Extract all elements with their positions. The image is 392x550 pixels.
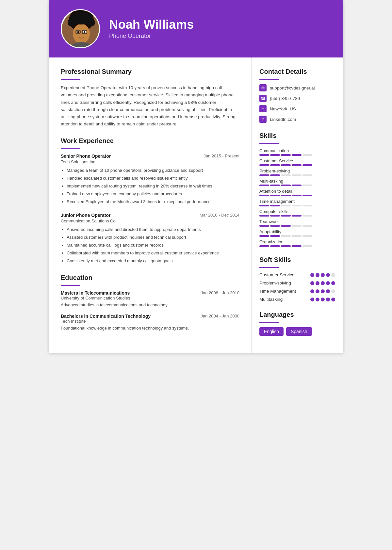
skill-segment [270, 174, 280, 176]
skill-name: Teamwork [259, 219, 335, 224]
skill-item: Organization [259, 239, 335, 247]
resume-header: Noah Williams Phone Operator [49, 0, 343, 57]
edu-header: Bachelors in Communication Technology Ja… [61, 314, 239, 319]
language-tag: English [259, 327, 284, 336]
job-company: Tech Solutions Inc. [61, 159, 239, 164]
skill-segment [259, 174, 269, 176]
skill-segment [292, 245, 302, 247]
dot [321, 289, 325, 293]
svg-point-13 [70, 16, 76, 23]
skill-name: Organization [259, 239, 335, 244]
job-header: Junior Phone Operator Mar 2010 - Dec 201… [61, 213, 239, 218]
skill-segment [281, 225, 291, 227]
professional-summary-section: Professional Summary Experienced Phone O… [61, 68, 239, 128]
bullet-item: Implemented new call routing system, res… [67, 183, 239, 190]
dot [316, 298, 319, 301]
svg-point-2 [73, 24, 90, 43]
skill-segment [259, 154, 269, 156]
skill-segment [292, 154, 302, 156]
skill-item: Computer skills [259, 209, 335, 217]
candidate-name: Noah Williams [109, 18, 194, 32]
skill-segment [270, 245, 280, 247]
job-company: Communication Solutions Co. [61, 218, 239, 223]
dot [331, 298, 335, 301]
edu-desc: Foundational knowledge in communication … [61, 325, 239, 332]
bullet-item: Collaborated with team members to improv… [67, 250, 239, 257]
skill-item: Attention to detail [259, 189, 335, 196]
skill-segment [302, 235, 312, 237]
skill-segment [292, 205, 302, 206]
bullet-item: Managed a team of 10 phone operators, pr… [67, 167, 239, 174]
dot [310, 298, 314, 301]
candidate-title: Phone Operator [109, 33, 194, 40]
skill-segment [302, 174, 312, 176]
contact-text: (555) 345-6789 [270, 96, 300, 101]
skills-title: Skills [259, 132, 335, 141]
summary-underline [61, 79, 80, 80]
soft-skills-container: Customer Service Problem-solving Time Ma… [259, 272, 335, 302]
contact-item: in LinkedIn.com [259, 116, 335, 123]
skill-segment [259, 205, 269, 206]
skill-bar [259, 205, 318, 206]
edu-degree: Bachelors in Communication Technology [61, 314, 151, 319]
education-underline [61, 285, 80, 286]
skill-bar [259, 195, 318, 196]
skill-segment [281, 215, 291, 217]
edu-dates: Jan 2004 - Jan 2008 [201, 314, 239, 318]
dot [326, 281, 330, 285]
skill-segment [259, 195, 269, 196]
skill-segment [302, 164, 312, 166]
summary-text: Experienced Phone Operator with 10 years… [61, 84, 239, 128]
skill-segment [270, 215, 280, 217]
skill-bar [259, 164, 318, 166]
dot [326, 298, 330, 301]
skill-segment [270, 195, 280, 196]
skill-name: Communication [259, 148, 335, 153]
soft-skills-section: Soft Skills Customer Service Problem-sol… [259, 256, 335, 302]
skill-segment [292, 164, 302, 166]
contact-text: LinkedIn.com [270, 117, 296, 122]
skill-segment [292, 235, 302, 237]
skill-segment [302, 245, 312, 247]
bullet-item: Handled escalated customer calls and res… [67, 175, 239, 182]
dot [310, 281, 314, 285]
skill-segment [281, 154, 291, 156]
svg-point-14 [86, 16, 93, 23]
dot [321, 281, 325, 285]
skill-segment [270, 154, 280, 156]
skill-segment [292, 174, 302, 176]
edu-school: University of Communication Studies [61, 296, 239, 300]
job-title: Senior Phone Operator [61, 154, 111, 159]
skill-segment [281, 235, 291, 237]
dots-container [310, 298, 335, 301]
dots-container [310, 289, 335, 293]
skill-segment [270, 225, 280, 227]
work-experience-section: Work Experience Senior Phone Operator Ja… [61, 137, 239, 265]
dot [326, 289, 330, 293]
skill-item: Time management [259, 199, 335, 206]
soft-skills-underline [259, 267, 279, 268]
bullet-item: Maintained accurate call logs and custom… [67, 242, 239, 249]
skill-segment [270, 205, 280, 206]
header-info: Noah Williams Phone Operator [109, 18, 194, 40]
dot [310, 289, 314, 293]
skill-bar [259, 174, 318, 176]
skills-section: Skills Communication Customer Service Pr… [259, 132, 335, 247]
resume-container: Noah Williams Phone Operator Professiona… [49, 0, 343, 353]
dot [326, 273, 330, 277]
svg-point-5 [77, 31, 79, 33]
dots-container [310, 281, 335, 285]
soft-skill-item: Time Management [259, 289, 335, 294]
contact-section: Contact Details ✉ support@cvdesigner.ai … [259, 68, 335, 123]
edu-header: Masters in Telecommunications Jan 2008 -… [61, 290, 239, 296]
work-underline [61, 148, 80, 149]
skill-segment [281, 174, 291, 176]
job-dates: Mar 2010 - Dec 2014 [200, 213, 239, 218]
jobs-container: Senior Phone Operator Jan 2015 - Present… [61, 154, 239, 265]
contact-icon: ✉ [259, 84, 267, 91]
skill-segment [281, 164, 291, 166]
languages-section: Languages EnglishSpanish [259, 311, 335, 336]
dot [331, 289, 335, 293]
skill-segment [292, 225, 302, 227]
lang-tags-container: EnglishSpanish [259, 327, 335, 336]
